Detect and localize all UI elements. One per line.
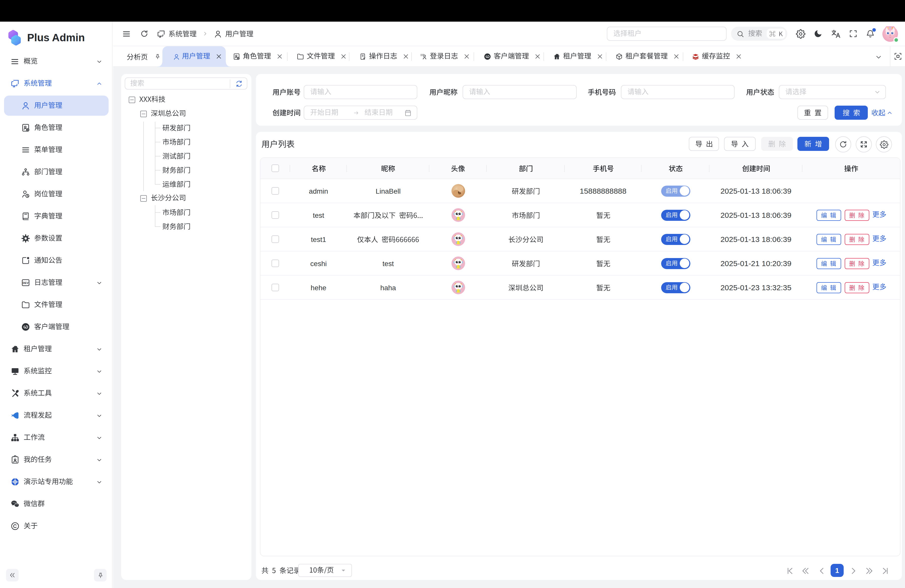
svg-text:DEV: DEV bbox=[22, 281, 29, 284]
